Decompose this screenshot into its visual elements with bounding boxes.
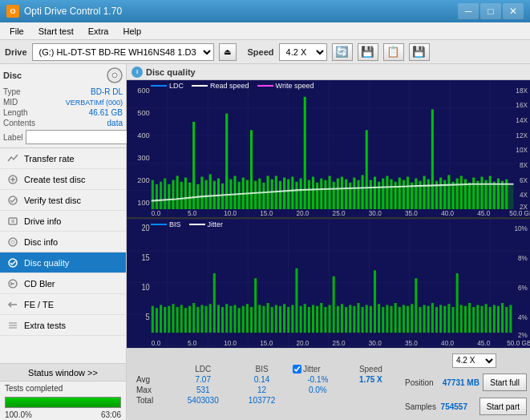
create-test-disc-icon — [6, 173, 19, 186]
svg-text:6%: 6% — [518, 284, 528, 293]
svg-rect-175 — [209, 305, 212, 333]
close-button[interactable]: ✕ — [503, 3, 524, 19]
svg-rect-218 — [378, 305, 380, 333]
sidebar-item-drive-info[interactable]: Drive info — [0, 211, 126, 232]
speed-dropdown[interactable]: 4.2 X — [452, 353, 496, 368]
menu-extra[interactable]: Extra — [82, 25, 115, 38]
position-value: 47731 MB — [443, 378, 480, 387]
label-input[interactable] — [26, 130, 132, 144]
svg-rect-238 — [468, 303, 471, 333]
svg-point-2 — [110, 71, 119, 80]
menu-file[interactable]: File — [3, 25, 30, 38]
ldc-legend-dot — [151, 85, 167, 87]
svg-rect-179 — [333, 277, 335, 333]
svg-rect-178 — [295, 269, 297, 333]
start-part-row: Samples 754557 Start part — [405, 398, 527, 415]
menu-start-test[interactable]: Start test — [32, 25, 80, 38]
start-part-button[interactable]: Start part — [479, 398, 527, 415]
maximize-button[interactable]: □ — [480, 3, 501, 19]
start-full-row: Position 47731 MB Start full — [405, 374, 527, 391]
disc-type-row: Type BD-R DL — [3, 87, 123, 97]
contents-value: data — [107, 119, 123, 127]
svg-rect-171 — [192, 303, 195, 333]
title-controls: ─ □ ✕ — [458, 3, 524, 19]
sidebar-item-verify-test-disc[interactable]: Verify test disc — [0, 190, 126, 211]
svg-rect-243 — [489, 307, 492, 333]
menu-help[interactable]: Help — [116, 25, 148, 38]
svg-rect-220 — [386, 305, 388, 333]
start-full-button[interactable]: Start full — [483, 374, 527, 391]
contents-label: Contents — [3, 119, 35, 127]
disc-panel: Disc Type BD-R DL MID VERBATIMf (000) Le… — [0, 64, 126, 148]
col-header-bis: BIS — [234, 364, 289, 374]
title-bar-left: O Opti Drive Control 1.70 — [6, 5, 122, 18]
length-label: Length — [3, 108, 28, 117]
svg-text:25.0: 25.0 — [333, 210, 346, 217]
drive-selector[interactable]: (G:) HL-DT-ST BD-RE WH16NS48 1.D3 — [32, 43, 214, 61]
avg-label: Avg — [133, 374, 172, 385]
cd-bier-label: CD Bler — [24, 279, 55, 289]
svg-text:10.0: 10.0 — [224, 210, 237, 217]
toolbar-btn-1[interactable]: 🔄 — [332, 43, 353, 61]
disc-icon — [107, 67, 123, 83]
toolbar-btn-4[interactable]: 💾 — [409, 43, 430, 61]
stats-right: 4.2 X Position 47731 MB Start full Sampl… — [402, 349, 530, 420]
stats-row-avg: Avg 7.07 0.14 -0.1% 1.75 X — [133, 374, 395, 385]
svg-rect-176 — [213, 273, 216, 333]
svg-rect-170 — [188, 306, 191, 333]
eject-button[interactable]: ⏏ — [219, 43, 237, 61]
disc-quality-icon — [6, 256, 19, 269]
stats-row-max: Max 531 12 0.0% — [133, 385, 395, 395]
svg-rect-237 — [464, 306, 467, 333]
svg-text:2X: 2X — [520, 204, 528, 211]
svg-rect-224 — [403, 305, 405, 333]
sidebar-item-transfer-rate[interactable]: Transfer rate — [0, 148, 126, 169]
jitter-label: Jitter — [303, 365, 321, 374]
chart-top: LDC Read speed Write speed — [127, 80, 530, 219]
svg-rect-234 — [447, 305, 450, 333]
verify-test-disc-label: Verify test disc — [24, 196, 81, 205]
progress-percent: 100.0% — [5, 410, 32, 419]
avg-ldc: 7.07 — [172, 374, 234, 385]
svg-rect-188 — [238, 309, 241, 333]
write-speed-legend-dot — [257, 85, 273, 87]
svg-rect-222 — [394, 303, 397, 333]
svg-rect-239 — [472, 307, 475, 333]
svg-text:400: 400 — [137, 131, 149, 139]
svg-rect-204 — [312, 305, 314, 333]
disc-mid-row: MID VERBATIMf (000) — [3, 97, 123, 107]
sidebar-item-create-test-disc[interactable]: Create test disc — [0, 169, 126, 190]
disc-contents-row: Contents data — [3, 118, 123, 128]
speed-selector[interactable]: 4.2 X — [279, 43, 327, 61]
sidebar-item-disc-quality[interactable]: Disc quality — [0, 252, 126, 273]
disc-quality-header-icon: i — [131, 67, 143, 78]
samples-label: Samples — [405, 402, 438, 411]
fe-te-label: FE / TE — [24, 300, 54, 309]
sidebar-item-fe-te[interactable]: FE / TE — [0, 294, 126, 315]
svg-text:6X: 6X — [520, 177, 528, 184]
svg-text:18X: 18X — [516, 87, 528, 95]
svg-rect-212 — [349, 305, 351, 333]
svg-rect-174 — [205, 306, 208, 333]
status-window-button[interactable]: Status window >> — [0, 364, 126, 382]
svg-rect-169 — [184, 309, 187, 333]
sidebar-item-disc-info[interactable]: Disc info — [0, 232, 126, 252]
jitter-legend-label: Jitter — [208, 220, 224, 228]
toolbar-btn-2[interactable]: 💾 — [358, 43, 378, 61]
chart-bottom-legend: BIS Jitter — [151, 220, 223, 228]
svg-rect-244 — [493, 305, 496, 333]
toolbar-btn-3[interactable]: 📋 — [383, 43, 404, 61]
sidebar: Disc Type BD-R DL MID VERBATIMf (000) Le… — [0, 64, 127, 420]
legend-read-speed: Read speed — [192, 82, 249, 90]
jitter-checkbox[interactable] — [293, 365, 301, 374]
svg-rect-166 — [172, 305, 174, 333]
menu-bar: File Start test Extra Help — [0, 22, 530, 40]
drive-toolbar: Drive (G:) HL-DT-ST BD-RE WH16NS48 1.D3 … — [0, 40, 530, 64]
svg-text:10.0: 10.0 — [224, 339, 237, 348]
svg-rect-185 — [225, 305, 228, 333]
svg-rect-223 — [399, 307, 401, 333]
sidebar-item-cd-bier[interactable]: CD Bler — [0, 273, 126, 294]
svg-text:100: 100 — [137, 199, 149, 207]
sidebar-item-extra-tests[interactable]: Extra tests — [0, 315, 126, 336]
minimize-button[interactable]: ─ — [458, 3, 479, 19]
